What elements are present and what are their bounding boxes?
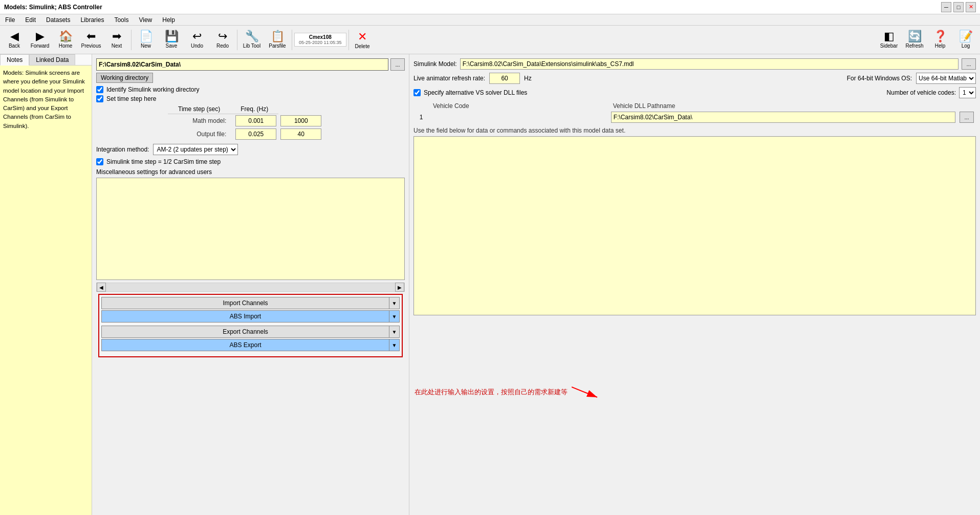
redo-button[interactable]: ↪ Redo bbox=[210, 27, 235, 53]
menu-edit[interactable]: Edit bbox=[22, 16, 39, 24]
notes-text: Models: Simulink screens are where you d… bbox=[3, 70, 85, 129]
vehicle-table: Vehicle Code Vehicle DLL Pathname 1 bbox=[413, 101, 976, 124]
minimize-button[interactable]: ─ bbox=[941, 2, 951, 12]
sidebar-button[interactable]: ◧ Sidebar bbox=[877, 27, 901, 53]
working-dir-input[interactable] bbox=[96, 58, 388, 71]
misc-section: Miscellaneous settings for advanced user… bbox=[96, 168, 405, 282]
big-textarea[interactable] bbox=[413, 136, 976, 315]
live-refresh-label: Live animator refresh rate: bbox=[413, 75, 485, 82]
delete-button[interactable]: ✕ Delete bbox=[351, 29, 374, 50]
previous-button[interactable]: ⬅ Previous bbox=[79, 27, 103, 53]
menu-libraries[interactable]: Libraries bbox=[77, 16, 107, 24]
simulink-model-input[interactable] bbox=[460, 58, 959, 70]
lib-tool-button[interactable]: 🔧 Lib Tool bbox=[239, 27, 264, 53]
log-button[interactable]: 📝 Log bbox=[953, 27, 978, 53]
num-codes-select[interactable]: 1 bbox=[959, 87, 976, 98]
vehicle-code-cell bbox=[429, 111, 609, 124]
vehicle-dll-header: Vehicle DLL Pathname bbox=[609, 101, 957, 111]
sidebar-icon: ◧ bbox=[884, 31, 895, 42]
import-channels-arrow[interactable]: ▼ bbox=[389, 297, 400, 309]
close-button[interactable]: ✕ bbox=[966, 2, 976, 12]
export-channels-arrow[interactable]: ▼ bbox=[389, 326, 400, 338]
vehicle-browse-btn[interactable]: ... bbox=[960, 112, 974, 123]
cmex-display: Cmex108 05-25-2020 11:05:35 bbox=[294, 33, 346, 47]
for-64bit-label: For 64-bit Windows OS: bbox=[847, 75, 912, 82]
time-step-section: Time step (sec) Freq. (Hz) Math model: bbox=[96, 104, 405, 141]
export-channels-value[interactable]: ABS Export bbox=[101, 339, 389, 351]
simulink-model-browse[interactable]: ... bbox=[962, 58, 976, 70]
import-channels-value[interactable]: ABS Import bbox=[101, 310, 389, 323]
vehicle-browse-cell: ... bbox=[957, 111, 976, 124]
menu-help[interactable]: Help bbox=[159, 16, 178, 24]
home-button[interactable]: 🏠 Home bbox=[53, 27, 78, 53]
redo-icon: ↪ bbox=[218, 31, 227, 42]
help-icon: ❓ bbox=[933, 31, 947, 42]
parsfile-icon: 📋 bbox=[271, 31, 285, 42]
live-refresh-unit: Hz bbox=[524, 75, 532, 82]
bottom-scroll-bar[interactable]: ◀ ▶ bbox=[96, 283, 405, 292]
undo-button[interactable]: ↩ Undo bbox=[185, 27, 209, 53]
set-time-checkbox-row: Set time step here bbox=[96, 95, 405, 102]
forward-button[interactable]: ▶ Forward bbox=[28, 27, 52, 53]
annotation-arrow-svg bbox=[572, 384, 602, 400]
import-value-row: ABS Import ▼ bbox=[101, 309, 400, 323]
use-below-text: Use the field below for data or commands… bbox=[413, 127, 976, 134]
export-channels-label[interactable]: Export Channels bbox=[101, 326, 389, 338]
output-file-step-input[interactable] bbox=[235, 128, 276, 140]
misc-textarea[interactable] bbox=[96, 178, 405, 280]
simulink-half-label: Simulink time step = 1/2 CarSim time ste… bbox=[106, 158, 221, 165]
next-button[interactable]: ➡ Next bbox=[104, 27, 129, 53]
export-value-arrow[interactable]: ▼ bbox=[389, 339, 400, 351]
tab-notes[interactable]: Notes bbox=[0, 54, 29, 66]
refresh-button[interactable]: 🔄 Refresh bbox=[902, 27, 927, 53]
menu-datasets[interactable]: Datasets bbox=[43, 16, 73, 24]
specify-vs-row: Specify alternative VS solver DLL files … bbox=[413, 87, 976, 98]
math-model-step-input[interactable] bbox=[235, 115, 276, 126]
math-model-freq-input[interactable] bbox=[280, 115, 321, 126]
maximize-button[interactable]: □ bbox=[953, 2, 964, 12]
new-button[interactable]: 📄 New bbox=[134, 27, 158, 53]
window-title: Models: Simulink; ABS Controller bbox=[4, 4, 102, 11]
time-step-col1-header: Time step (sec) bbox=[168, 104, 230, 114]
simulink-half-checkbox[interactable] bbox=[96, 158, 103, 165]
specify-vs-label: Specify alternative VS solver DLL files bbox=[424, 89, 527, 96]
scroll-right-arrow[interactable]: ▶ bbox=[395, 283, 404, 292]
live-refresh-input[interactable] bbox=[489, 73, 520, 84]
tab-linked-data[interactable]: Linked Data bbox=[29, 54, 75, 65]
save-button[interactable]: 💾 Save bbox=[159, 27, 184, 53]
specify-vs-checkbox[interactable] bbox=[413, 89, 421, 96]
import-label-row: Import Channels ▼ bbox=[101, 297, 400, 309]
parsfile-button[interactable]: 📋 Parsfile bbox=[265, 27, 290, 53]
help-button[interactable]: ❓ Help bbox=[928, 27, 952, 53]
left-panel: Notes Linked Data Models: Simulink scree… bbox=[0, 54, 92, 515]
config-panel: ... Working directory Identify Simulink … bbox=[92, 54, 409, 515]
menu-file[interactable]: File bbox=[2, 16, 18, 24]
channel-section: Import Channels ▼ ABS Import ▼ Export Ch… bbox=[98, 294, 403, 357]
set-time-checkbox[interactable] bbox=[96, 95, 103, 102]
scroll-left-arrow[interactable]: ◀ bbox=[97, 283, 106, 292]
import-value-arrow[interactable]: ▼ bbox=[389, 310, 400, 323]
menu-tools[interactable]: Tools bbox=[111, 16, 132, 24]
cmex-label: Cmex108 bbox=[309, 34, 332, 40]
simulink-half-row: Simulink time step = 1/2 CarSim time ste… bbox=[96, 158, 405, 165]
content-area: ... Working directory Identify Simulink … bbox=[92, 54, 980, 515]
scroll-track[interactable] bbox=[106, 283, 395, 291]
for-64bit-select[interactable]: Use 64-bit Matlab bbox=[916, 73, 976, 84]
vehicle-row-num: 1 bbox=[413, 111, 429, 124]
num-codes-label: Number of vehicle codes: bbox=[887, 89, 956, 96]
next-icon: ➡ bbox=[112, 31, 121, 42]
toolbar-separator-2 bbox=[237, 30, 237, 50]
integration-select[interactable]: AM-2 (2 updates per step) bbox=[153, 144, 238, 155]
import-channels-label[interactable]: Import Channels bbox=[101, 297, 389, 309]
undo-icon: ↩ bbox=[192, 31, 202, 42]
vehicle-dll-input[interactable] bbox=[611, 112, 955, 123]
math-model-step-cell bbox=[230, 114, 278, 128]
menu-view[interactable]: View bbox=[136, 16, 155, 24]
identify-checkbox[interactable] bbox=[96, 86, 103, 93]
back-button[interactable]: ◀ Back bbox=[2, 27, 27, 53]
working-dir-browse[interactable]: ... bbox=[390, 58, 405, 71]
home-icon: 🏠 bbox=[59, 31, 73, 42]
output-file-freq-input[interactable] bbox=[280, 128, 321, 140]
math-model-label: Math model: bbox=[168, 114, 230, 128]
identify-label: Identify Simulink working directory bbox=[106, 86, 199, 93]
